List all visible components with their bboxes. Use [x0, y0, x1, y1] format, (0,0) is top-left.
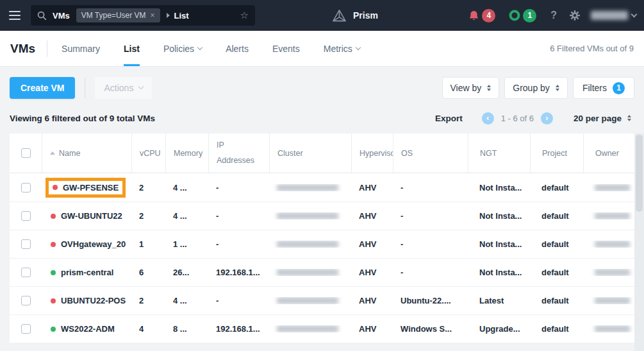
gear-icon[interactable] — [569, 10, 581, 21]
status-dot — [51, 214, 56, 219]
user-menu[interactable] — [591, 11, 636, 20]
bell-icon[interactable] — [468, 10, 480, 22]
project-cell: default — [530, 239, 583, 249]
memory-cell: 8 ... — [165, 324, 208, 334]
column-header-os[interactable]: OS — [393, 133, 468, 173]
table-scrollbar[interactable] — [634, 133, 644, 351]
row-checkbox[interactable] — [21, 211, 31, 221]
row-checkbox[interactable] — [21, 296, 31, 305]
os-cell: Ubuntu-22.... — [393, 296, 468, 305]
table-tools: View by Group by Filters 1 — [442, 77, 635, 99]
breadcrumb[interactable]: List — [174, 11, 189, 21]
filters-count-badge: 1 — [613, 82, 625, 94]
entity-header: VMs Summary List Policies Alerts Events … — [0, 31, 644, 67]
vm-name-link[interactable]: UBUNTU22-POS — [61, 296, 126, 305]
pagination-range: 1 - 6 of 6 — [501, 114, 534, 123]
ip-cell: 192.168.1... — [208, 324, 269, 334]
health-count-badge[interactable]: 1 — [523, 9, 536, 22]
vm-name-link[interactable]: GW-UBUNTU22 — [61, 211, 122, 221]
row-checkbox[interactable] — [21, 324, 31, 334]
ngt-cell: Not Insta... — [468, 239, 530, 249]
brand-name: Prism — [353, 10, 378, 21]
tab-policies[interactable]: Policies — [163, 31, 202, 66]
export-button[interactable]: Export — [435, 114, 463, 123]
vm-name-link[interactable]: WS2022-ADM — [61, 324, 115, 334]
vm-name-cell: prism-central — [49, 265, 117, 280]
scrollbar-thumb[interactable] — [636, 135, 643, 212]
column-header-vcpu[interactable]: vCPU — [131, 133, 165, 173]
vm-table: Name vCPU Memory IP Addresses Cluster Hy… — [10, 133, 634, 343]
tab-events[interactable]: Events — [272, 31, 300, 66]
hypervisor-cell: AHV — [351, 211, 393, 221]
column-header-name[interactable]: Name — [42, 133, 131, 173]
vm-name-link[interactable]: OVHgateway_20 — [61, 239, 126, 249]
page-title: VMs — [10, 42, 35, 56]
select-all-checkbox[interactable] — [21, 148, 31, 158]
divider — [85, 78, 85, 98]
search-filter-chip[interactable]: VM Type=User VM × — [76, 8, 160, 22]
tab-metrics[interactable]: Metrics — [324, 31, 360, 66]
vm-name-cell: OVHgateway_20 — [49, 237, 129, 252]
pager-next-icon[interactable]: › — [541, 112, 553, 124]
column-header-cluster[interactable]: Cluster — [269, 133, 351, 173]
tab-list[interactable]: List — [124, 31, 140, 66]
memory-cell: 26... — [165, 268, 208, 277]
owner-redacted — [595, 269, 630, 276]
sort-asc-icon — [50, 151, 55, 155]
cluster-redacted — [277, 325, 338, 332]
table-row: GW-UBUNTU22 2 4 ... - AHV - Not Insta...… — [10, 201, 634, 230]
search-query[interactable]: VMs — [53, 11, 70, 21]
os-cell: - — [393, 268, 468, 277]
ngt-cell: Latest — [468, 296, 530, 305]
vcpu-cell: 2 — [131, 211, 165, 221]
close-icon[interactable]: × — [151, 11, 155, 20]
group-by-button[interactable]: Group by — [504, 77, 568, 99]
alerts-count-badge[interactable]: 4 — [482, 9, 495, 22]
column-header-memory[interactable]: Memory — [165, 133, 208, 173]
per-page-selector[interactable]: 20 per page — [574, 114, 631, 123]
status-bar: Viewing 6 filtered out of 9 total VMs Ex… — [10, 110, 631, 126]
table-row: GW-PFSENSE 2 4 ... - AHV - Not Insta... … — [10, 173, 634, 201]
divider — [47, 40, 47, 57]
table-row: OVHgateway_20 1 1 ... - AHV - Not Insta.… — [10, 230, 634, 258]
cluster-redacted — [277, 184, 338, 191]
tab-strip: Summary List Policies Alerts Events Metr… — [62, 31, 360, 66]
vm-name-link[interactable]: GW-PFSENSE — [63, 183, 119, 193]
chevron-down-icon — [197, 44, 202, 49]
memory-cell: 4 ... — [165, 183, 208, 193]
vcpu-cell: 6 — [131, 268, 165, 277]
filters-button[interactable]: Filters 1 — [573, 77, 634, 99]
column-header-project[interactable]: Project — [530, 133, 583, 173]
hamburger-menu-icon[interactable] — [0, 0, 29, 31]
owner-redacted — [595, 325, 630, 332]
create-vm-button[interactable]: Create VM — [10, 77, 75, 99]
ngt-cell: Not Insta... — [468, 183, 530, 193]
pager-prev-icon[interactable]: ‹ — [482, 112, 494, 124]
status-dot — [51, 242, 56, 247]
row-checkbox[interactable] — [21, 239, 31, 249]
column-header-owner[interactable]: Owner — [583, 133, 634, 173]
ip-cell: - — [208, 183, 269, 193]
column-header-hypervisor[interactable]: Hypervisor — [351, 133, 393, 173]
column-header-ip[interactable]: IP Addresses — [208, 133, 269, 173]
row-checkbox[interactable] — [21, 268, 31, 277]
health-ring-icon[interactable] — [508, 9, 521, 22]
top-navigation-bar: VMs VM Type=User VM × List ☆ Prism 4 1 ? — [0, 0, 644, 31]
chevron-down-icon — [138, 84, 144, 89]
tab-alerts[interactable]: Alerts — [226, 31, 249, 66]
pagination-controls: Export ‹ 1 - 6 of 6 › 20 per page — [435, 112, 631, 124]
hypervisor-cell: AHV — [351, 324, 393, 334]
star-icon[interactable]: ☆ — [240, 10, 249, 21]
memory-cell: 4 ... — [165, 296, 208, 305]
global-search-bar[interactable]: VMs VM Type=User VM × List ☆ — [31, 5, 255, 26]
column-header-ngt[interactable]: NGT — [468, 133, 530, 173]
view-by-button[interactable]: View by — [442, 77, 500, 99]
ngt-cell: Not Insta... — [468, 268, 530, 277]
row-checkbox[interactable] — [21, 183, 31, 193]
tab-summary[interactable]: Summary — [62, 31, 100, 66]
actions-dropdown-button[interactable]: Actions — [95, 77, 152, 99]
ip-cell: - — [208, 296, 269, 305]
help-icon[interactable]: ? — [550, 10, 557, 21]
table-row: prism-central 6 26... 192.168.1... AHV -… — [10, 258, 634, 286]
vm-name-link[interactable]: prism-central — [61, 268, 113, 277]
